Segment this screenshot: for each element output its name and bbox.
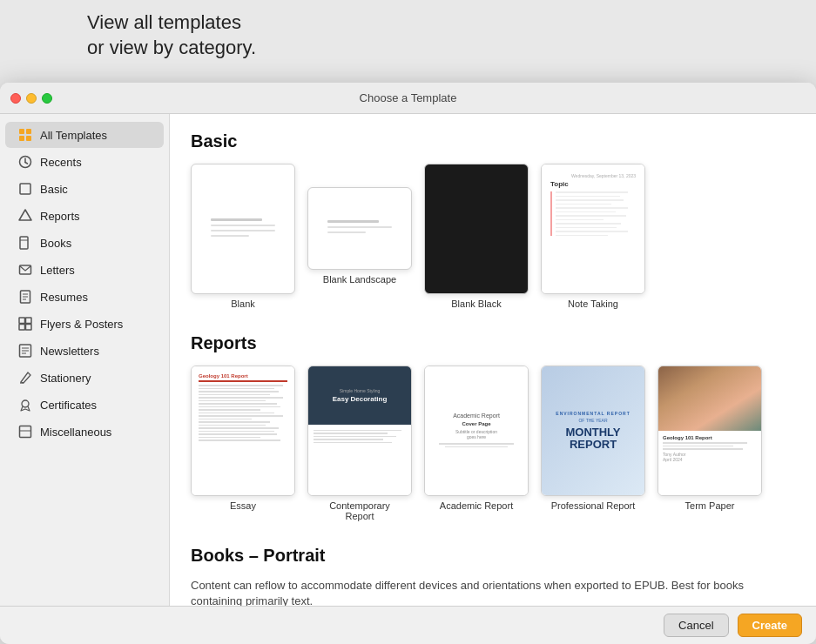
contemporary-report-label: Contemporary Report [329, 500, 390, 521]
sidebar-item-label: Newsletters [40, 345, 99, 358]
template-note-taking[interactable]: Wednesday, September 13, 2023 Topic [541, 164, 645, 309]
content-area: All Templates Recents [0, 114, 816, 606]
sidebar-item-label: Reports [40, 210, 80, 223]
sidebar-item-all-templates[interactable]: All Templates [5, 122, 164, 148]
window-title: Choose a Template [360, 91, 457, 104]
sidebar-item-stationery[interactable]: Stationery [5, 365, 164, 391]
svg-rect-19 [26, 325, 32, 331]
flyers-icon [17, 316, 33, 332]
sidebar-item-certificates[interactable]: Certificates [5, 392, 164, 418]
basic-section: Basic Blank [191, 131, 795, 309]
cancel-button[interactable]: Cancel [664, 614, 728, 637]
template-chooser-window: Choose a Template All Templates [0, 83, 816, 644]
template-essay[interactable]: Geology 101 Report [191, 366, 295, 521]
svg-rect-0 [19, 129, 24, 134]
sidebar-item-label: Books [40, 237, 71, 250]
books-icon [17, 235, 33, 251]
basic-section-title: Basic [191, 131, 795, 151]
basic-template-grid: Blank Blank Landscape [191, 164, 795, 309]
sidebar-item-label: Basic [40, 183, 68, 196]
professional-report-label: Professional Report [551, 500, 636, 511]
sidebar-item-reports[interactable]: Reports [5, 203, 164, 229]
svg-rect-17 [26, 318, 32, 324]
template-contemporary-report[interactable]: Simple Home Styling Easy Decorating [307, 366, 412, 521]
grid-icon [17, 127, 33, 143]
clock-icon [17, 154, 33, 170]
academic-report-thumb: Academic Report Cover Page Subtitle or d… [424, 366, 529, 496]
sidebar-item-books[interactable]: Books [5, 230, 164, 256]
svg-rect-2 [19, 136, 24, 141]
svg-marker-8 [19, 210, 31, 220]
bottom-bar: Cancel Create [0, 606, 816, 644]
blank-thumb [191, 164, 295, 294]
template-academic-report[interactable]: Academic Report Cover Page Subtitle or d… [424, 366, 529, 521]
sidebar-item-resumes[interactable]: Resumes [5, 284, 164, 310]
sidebar-item-label: Recents [40, 156, 82, 169]
close-button[interactable] [10, 93, 21, 104]
blank-landscape-thumb [307, 187, 412, 270]
sidebar-item-letters[interactable]: Letters [5, 257, 164, 283]
svg-rect-26 [20, 426, 31, 438]
reports-icon [17, 208, 33, 224]
miscellaneous-icon [17, 424, 33, 439]
sidebar-item-basic[interactable]: Basic [5, 176, 164, 202]
sidebar-item-label: Certificates [40, 399, 97, 412]
main-content: Basic Blank [170, 114, 816, 606]
certificates-icon [17, 397, 33, 413]
svg-rect-18 [19, 325, 25, 331]
sidebar-item-label: All Templates [40, 129, 107, 142]
blank-black-thumb [424, 164, 529, 294]
svg-point-25 [22, 400, 29, 407]
create-button[interactable]: Create [738, 614, 802, 637]
minimize-button[interactable] [26, 93, 37, 104]
blank-landscape-label: Blank Landscape [323, 274, 396, 285]
maximize-button[interactable] [42, 93, 52, 104]
template-blank[interactable]: Blank [191, 164, 295, 309]
reports-section-title: Reports [191, 333, 795, 353]
reports-section: Reports Geology 101 Report [191, 333, 795, 521]
note-taking-thumb: Wednesday, September 13, 2023 Topic [541, 164, 645, 294]
sidebar-item-newsletters[interactable]: Newsletters [5, 338, 164, 364]
sidebar-item-label: Resumes [40, 291, 88, 304]
svg-rect-7 [20, 184, 30, 194]
books-portrait-title: Books – Portrait [191, 546, 795, 566]
essay-thumb: Geology 101 Report [191, 366, 295, 496]
svg-rect-1 [26, 129, 31, 134]
term-paper-thumb: Geology 101 Report Tony AuthorApril 2024 [658, 366, 762, 496]
svg-line-6 [25, 163, 28, 164]
essay-label: Essay [230, 500, 256, 511]
books-portrait-section: Books – Portrait Content can reflow to a… [191, 546, 795, 606]
template-blank-black[interactable]: Blank Black [424, 164, 529, 309]
letters-icon [17, 262, 33, 278]
template-term-paper[interactable]: Geology 101 Report Tony AuthorApril 2024… [658, 366, 762, 521]
term-paper-label: Term Paper [685, 500, 735, 511]
academic-report-label: Academic Report [440, 500, 513, 511]
svg-rect-16 [19, 318, 25, 324]
blank-label: Blank [231, 299, 255, 309]
tooltip: View all templatesor view by category. [0, 0, 331, 70]
sidebar-item-label: Flyers & Posters [40, 318, 123, 331]
reports-template-grid: Geology 101 Report [191, 366, 795, 521]
sidebar-item-label: Miscellaneous [40, 426, 111, 439]
square-icon [17, 181, 33, 197]
contemporary-report-thumb: Simple Home Styling Easy Decorating [307, 366, 412, 496]
svg-rect-9 [20, 237, 28, 249]
sidebar-item-label: Stationery [40, 372, 91, 385]
note-taking-label: Note Taking [568, 299, 618, 309]
sidebar-item-miscellaneous[interactable]: Miscellaneous [5, 419, 164, 445]
blank-black-label: Blank Black [451, 299, 501, 309]
template-blank-landscape[interactable]: Blank Landscape [307, 164, 412, 309]
sidebar-item-recents[interactable]: Recents [5, 149, 164, 175]
sidebar-item-label: Letters [40, 264, 75, 277]
resumes-icon [17, 289, 33, 305]
sidebar-item-flyers-posters[interactable]: Flyers & Posters [5, 311, 164, 337]
books-portrait-subtitle: Content can reflow to accommodate differ… [191, 578, 795, 606]
template-professional-report[interactable]: ENVIRONMENTAL REPORT OF THE YEAR MONTHLY… [541, 366, 645, 521]
stationery-icon [17, 370, 33, 386]
professional-report-thumb: ENVIRONMENTAL REPORT OF THE YEAR MONTHLY… [541, 366, 645, 496]
title-bar: Choose a Template [0, 83, 816, 114]
svg-rect-3 [26, 136, 31, 141]
newsletters-icon [17, 343, 33, 359]
sidebar: All Templates Recents [0, 114, 170, 606]
traffic-lights [10, 93, 52, 104]
